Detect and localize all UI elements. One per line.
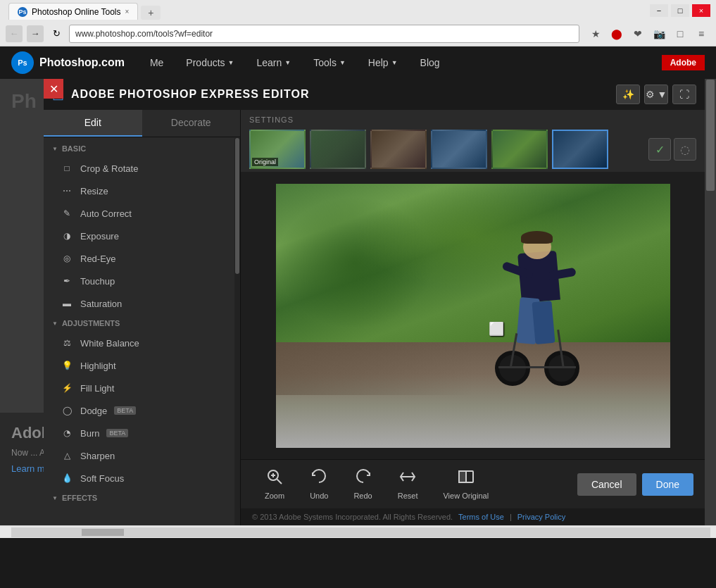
tool-white-balance[interactable]: ⚖ White Balance — [44, 332, 240, 354]
nav-tools[interactable]: Tools ▼ — [302, 46, 357, 79]
undo-icon — [310, 468, 327, 489]
tool-crop-rotate[interactable]: □ Crop & Rotate — [44, 157, 240, 180]
redo-icon — [355, 468, 372, 489]
editor-modal: ▣ ADOBE PHOTOSHOP EXPRESS EDITOR ✨ ⚙ ▼ ⛶… — [44, 79, 705, 525]
redo-tool[interactable]: Redo — [341, 468, 384, 500]
reset-label: Reset — [398, 492, 418, 500]
addon-icon-2[interactable]: ❤ — [629, 25, 647, 43]
tools-dropdown-icon: ▼ — [339, 59, 346, 66]
header-fullscreen-button[interactable]: ⛶ — [672, 85, 696, 104]
preset-actions: ✓ ◌ — [648, 138, 696, 161]
preset-cancel-button[interactable]: ◌ — [674, 138, 696, 161]
preset-original[interactable]: Original — [249, 130, 306, 169]
tool-auto-correct[interactable]: ✎ Auto Correct — [44, 202, 240, 225]
svg-line-1 — [277, 480, 282, 484]
canvas-image[interactable]: ⬜ — [276, 184, 670, 448]
tool-burn[interactable]: ◔ Burn BETA — [44, 422, 240, 444]
redo-label: Redo — [353, 492, 372, 500]
new-tab-button[interactable]: + — [141, 6, 161, 20]
nav-me[interactable]: Me — [139, 46, 175, 79]
tool-touchup[interactable]: ✒ Touchup — [44, 270, 240, 292]
addon-icon-3[interactable]: 📷 — [650, 25, 668, 43]
title-bar: Ps Photoshop Online Tools × + − □ × — [0, 0, 716, 21]
horizontal-scrollbar[interactable] — [11, 527, 710, 537]
preset-5[interactable] — [491, 130, 548, 169]
page-scroll-thumb — [706, 80, 715, 192]
basic-label: BASIC — [62, 144, 86, 153]
exposure-icon: ◑ — [61, 230, 73, 242]
tool-red-eye[interactable]: ◎ Red-Eye — [44, 247, 240, 270]
products-dropdown-icon: ▼ — [228, 59, 234, 66]
burn-icon: ◔ — [61, 427, 73, 439]
resize-icon: ⋯ — [61, 184, 73, 197]
tab-title: Photoshop Online Tools — [32, 7, 121, 17]
zoom-tool[interactable]: Zoom — [252, 468, 297, 500]
site-logo: Ps Photoshop.com — [11, 51, 125, 74]
editor-body: Edit Decorate ▼ BASIC □ Crop & Rotate — [44, 110, 705, 525]
refresh-button[interactable]: ↻ — [48, 25, 65, 42]
nav-icons: ★ ⬤ ❤ 📷 □ ≡ — [586, 25, 710, 43]
forward-button[interactable]: → — [27, 25, 44, 42]
panel-tabs: Edit Decorate — [44, 110, 240, 137]
soft-focus-icon: 💧 — [61, 472, 73, 484]
biker-figure — [491, 231, 583, 386]
effects-section-header: ▼ EFFECTS — [44, 489, 240, 506]
red-eye-icon: ◎ — [61, 252, 73, 265]
tool-fill-light[interactable]: ⚡ Fill Light — [44, 377, 240, 399]
zoom-icon — [266, 468, 283, 489]
presets-row: Original — [249, 130, 696, 169]
modal-close-x-button[interactable]: ✕ — [44, 79, 63, 99]
tool-highlight[interactable]: 💡 Highlight — [44, 354, 240, 377]
settings-bar: SETTINGS Original — [241, 110, 705, 172]
back-button[interactable]: ← — [6, 25, 23, 42]
header-wand-button[interactable]: ✨ — [616, 85, 640, 104]
header-settings-button[interactable]: ⚙ ▼ — [644, 85, 668, 104]
tool-saturation[interactable]: ▬ Saturation — [44, 292, 240, 315]
tool-sharpen[interactable]: △ Sharpen — [44, 444, 240, 467]
preset-2[interactable] — [310, 130, 366, 169]
nav-products[interactable]: Products ▼ — [175, 46, 245, 79]
reset-tool[interactable]: Reset — [385, 468, 431, 500]
tool-exposure[interactable]: ◑ Exposure — [44, 225, 240, 247]
maximize-button[interactable]: □ — [671, 4, 689, 17]
page-scrollbar[interactable] — [705, 79, 716, 525]
left-panel-scroll-thumb — [235, 138, 239, 274]
address-bar[interactable]: www.photoshop.com/tools?wf=editor — [69, 25, 579, 43]
undo-tool[interactable]: Undo — [297, 468, 341, 500]
nav-blog[interactable]: Blog — [409, 46, 451, 79]
browser-tab[interactable]: Ps Photoshop Online Tools × — [8, 3, 138, 20]
tab-edit[interactable]: Edit — [44, 110, 142, 137]
terms-link[interactable]: Terms of Use — [458, 513, 504, 521]
close-button[interactable]: × — [692, 4, 710, 17]
minimize-button[interactable]: − — [650, 4, 668, 17]
menu-icon[interactable]: ≡ — [692, 25, 710, 43]
privacy-link[interactable]: Privacy Policy — [517, 513, 565, 521]
nav-help[interactable]: Help ▼ — [357, 46, 409, 79]
basic-section-header: ▼ BASIC — [44, 140, 240, 157]
horizontal-scroll-thumb — [82, 529, 124, 536]
cancel-button[interactable]: Cancel — [577, 473, 636, 496]
adobe-badge: Adobe — [662, 55, 705, 70]
preset-4[interactable] — [431, 130, 487, 169]
tool-resize[interactable]: ⋯ Resize — [44, 180, 240, 202]
touchup-icon: ✒ — [61, 275, 73, 287]
left-panel-scrollbar[interactable] — [234, 138, 240, 525]
tool-dodge[interactable]: ◯ Dodge BETA — [44, 399, 240, 422]
tab-decorate[interactable]: Decorate — [142, 110, 241, 137]
preset-3[interactable] — [370, 130, 427, 169]
learn-dropdown-icon: ▼ — [284, 59, 291, 66]
addon-icon-4[interactable]: □ — [671, 25, 689, 43]
tool-soft-focus[interactable]: 💧 Soft Focus — [44, 467, 240, 489]
tab-close-button[interactable]: × — [125, 8, 130, 15]
view-original-tool[interactable]: View Original — [430, 468, 501, 500]
fill-light-icon: ⚡ — [61, 382, 73, 394]
done-button[interactable]: Done — [642, 473, 693, 496]
preset-confirm-button[interactable]: ✓ — [648, 138, 671, 161]
nav-learn[interactable]: Learn ▼ — [246, 46, 303, 79]
editor-area: SETTINGS Original — [241, 110, 705, 525]
preset-6-selected[interactable] — [552, 130, 608, 169]
addon-icon-1[interactable]: ⬤ — [608, 25, 626, 43]
svg-rect-7 — [459, 471, 466, 482]
panel-content: ▼ BASIC □ Crop & Rotate ⋯ Resize ✎ Auto … — [44, 137, 240, 525]
bookmark-icon[interactable]: ★ — [586, 25, 605, 43]
